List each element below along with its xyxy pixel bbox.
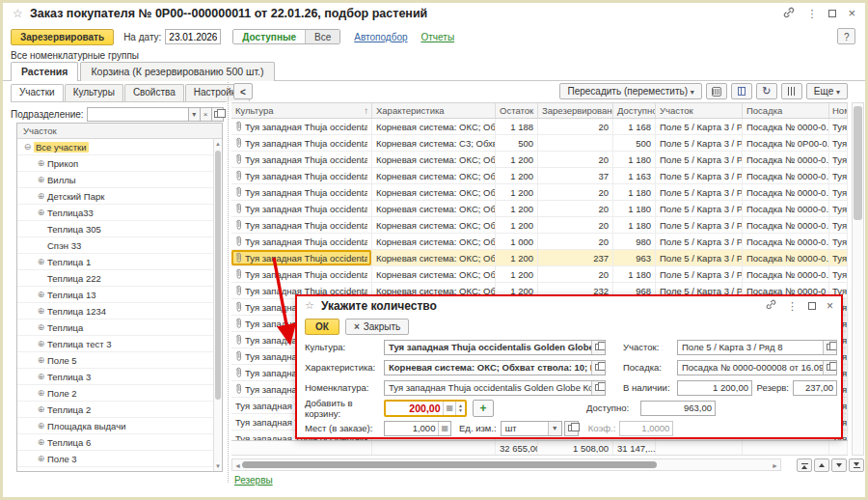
expand-icon[interactable]: ⊕ (35, 158, 47, 168)
autopick-link[interactable]: Автоподбор (354, 32, 407, 42)
open-icon[interactable] (823, 361, 836, 375)
reports-link[interactable]: Отчеты (421, 32, 455, 42)
go-last-button[interactable] (849, 458, 864, 472)
hscroll-thumb[interactable] (242, 461, 657, 468)
expand-icon[interactable]: ⊕ (35, 437, 47, 447)
horizontal-scrollbar[interactable]: ◄ ► (231, 458, 781, 471)
subdivision-input[interactable] (87, 107, 189, 122)
tree-item[interactable]: ⊕Поле 3 (17, 451, 222, 467)
expand-icon[interactable]: ⊕ (35, 454, 47, 463)
tree-item[interactable]: ⊕Теплица 3 (17, 369, 222, 385)
tree-item[interactable]: ⊕Поле 5 (17, 352, 222, 369)
collapse-icon[interactable]: ⊖ (21, 142, 34, 152)
table-row[interactable]: Туя западная Thuja occidentalis ...Корне… (231, 168, 848, 184)
scroll-left-icon[interactable]: ◄ (234, 462, 241, 469)
open-icon[interactable] (591, 361, 605, 375)
tab-basket[interactable]: Корзина (К резервированию 500 шт.) (80, 62, 274, 81)
dropdown-icon[interactable]: ▾ (189, 107, 201, 122)
toggle-available[interactable]: Доступные (233, 30, 305, 43)
toggle-all[interactable]: Все (305, 30, 339, 43)
table-row[interactable]: Туя западная Thuja occidentalis ...Корне… (231, 152, 848, 168)
go-next-button[interactable] (831, 458, 847, 472)
open-icon[interactable] (591, 341, 605, 354)
tree-item[interactable]: ⊕Теплица 1 (17, 254, 222, 270)
tree-item[interactable]: ⊕Виллы (17, 172, 222, 188)
left-tab-0[interactable]: Участки (11, 84, 64, 101)
column-header[interactable]: Номенклатура (829, 103, 848, 118)
column-header[interactable]: Доступно (613, 103, 656, 118)
table-row[interactable]: Туя западная Thuja occidentalis ...Корне… (231, 266, 848, 283)
go-first-button[interactable] (797, 458, 812, 472)
get-link-icon[interactable] (783, 5, 795, 22)
barcode-button[interactable] (781, 83, 802, 99)
expand-icon[interactable]: ⊕ (35, 339, 47, 348)
tree-item[interactable]: ⊕Теплица 1234 (17, 303, 222, 319)
expand-icon[interactable]: ⊕ (35, 322, 47, 332)
tree-header[interactable]: Участок (17, 124, 222, 139)
expand-icon[interactable]: ⊕ (35, 191, 47, 201)
reserves-link[interactable]: Резервы (234, 475, 273, 486)
columns-button[interactable] (731, 83, 752, 99)
panel-splitter[interactable] (228, 82, 229, 483)
tree-item[interactable]: Теплица 305 (17, 221, 222, 237)
expand-icon[interactable]: ⊕ (35, 175, 47, 184)
collapse-panel-button[interactable]: < (233, 83, 253, 99)
date-input[interactable] (165, 29, 221, 44)
spinner-control[interactable]: ▲▼ (455, 402, 465, 415)
available-field[interactable]: 963,00 (640, 401, 716, 416)
column-header[interactable]: Участок (656, 103, 743, 118)
dialog-close-icon[interactable]: × (827, 299, 833, 313)
open-icon[interactable] (564, 421, 579, 436)
plot-field[interactable]: Поле 5 / Карта 3 / Ряд 8 (677, 340, 837, 355)
transplant-button[interactable]: Пересадить (переместить) ▾ (559, 83, 701, 99)
reserve-button[interactable]: Зарезервировать (11, 29, 114, 45)
table-row[interactable]: Туя западная Thuja occidentalis ...Корне… (231, 217, 848, 234)
table-row[interactable]: Туя западная Thuja occidentalis ...Корне… (231, 250, 848, 266)
tree-item[interactable]: ⊕Теплица 2 (17, 402, 222, 418)
expand-icon[interactable]: ⊕ (35, 306, 47, 316)
expand-icon[interactable]: ⊕ (35, 372, 47, 381)
column-header[interactable]: Остаток (496, 103, 538, 118)
help-button[interactable]: ? (837, 28, 855, 44)
instock-field[interactable]: 1 200,00 (677, 380, 752, 396)
dialog-maximize-icon[interactable] (808, 302, 816, 310)
quantity-input[interactable]: 200,00 ▦ ▲▼ (384, 400, 467, 417)
tree-item[interactable]: ⊕Площадка выдачи (17, 418, 222, 434)
left-tab-1[interactable]: Культуры (65, 84, 123, 101)
reserve-field[interactable]: 237,00 (793, 380, 837, 396)
column-header[interactable]: Культура↑ (231, 103, 372, 118)
vscroll-thumb[interactable] (854, 106, 862, 220)
expand-icon[interactable]: ⊕ (35, 208, 47, 217)
dialog-get-link-icon[interactable] (766, 299, 776, 312)
close-icon[interactable]: × (848, 7, 855, 20)
unit-select[interactable]: шт ▼ (501, 421, 562, 436)
vertical-scrollbar[interactable] (852, 102, 864, 456)
calculator-icon[interactable]: ▦ (438, 422, 450, 435)
tree-item[interactable]: ⊖Все участки (17, 139, 222, 155)
expand-icon[interactable]: ⊕ (35, 355, 47, 365)
table-row[interactable]: Туя западная Thuja occidentalis ...Корне… (231, 201, 848, 217)
more-menu-icon[interactable]: ⋮ (806, 7, 817, 20)
planting-field[interactable]: Посадка № 0000-000008 от 16.09.2021 (677, 360, 837, 375)
table-row[interactable]: Туя западная Thuja occidentalis ...Корне… (231, 234, 848, 250)
column-header[interactable]: Характеристика (372, 103, 496, 118)
table-row[interactable]: Туя западная Thuja occidentalis ...Корне… (231, 135, 848, 152)
tree-item[interactable]: Теплица 222 (17, 270, 222, 287)
table-row[interactable]: Туя западная Thuja occidentalis ...Корне… (231, 119, 848, 135)
expand-icon[interactable]: ⊕ (35, 388, 47, 398)
calculator-icon[interactable]: ▦ (443, 402, 455, 415)
scroll-up-icon[interactable]: ▲ (214, 140, 222, 148)
open-icon[interactable] (591, 381, 605, 395)
tree-item[interactable]: ⊕Теплица33 (17, 205, 222, 221)
expand-icon[interactable]: ⊕ (35, 290, 47, 299)
tab-plants[interactable]: Растения (11, 62, 78, 81)
add-plus-button[interactable]: + (473, 400, 494, 417)
scroll-right-icon[interactable]: ► (772, 462, 778, 469)
tree-item[interactable]: ⊕Поле 2 (17, 385, 222, 402)
tree-item[interactable]: ⊕Теплица 13 (17, 287, 222, 303)
clear-icon[interactable]: × (201, 107, 212, 122)
go-prev-button[interactable] (814, 458, 829, 472)
refresh-button[interactable]: ↻ (756, 83, 777, 99)
ok-button[interactable]: ОК (305, 319, 339, 335)
close-button[interactable]: ×Закрыть (345, 319, 409, 335)
